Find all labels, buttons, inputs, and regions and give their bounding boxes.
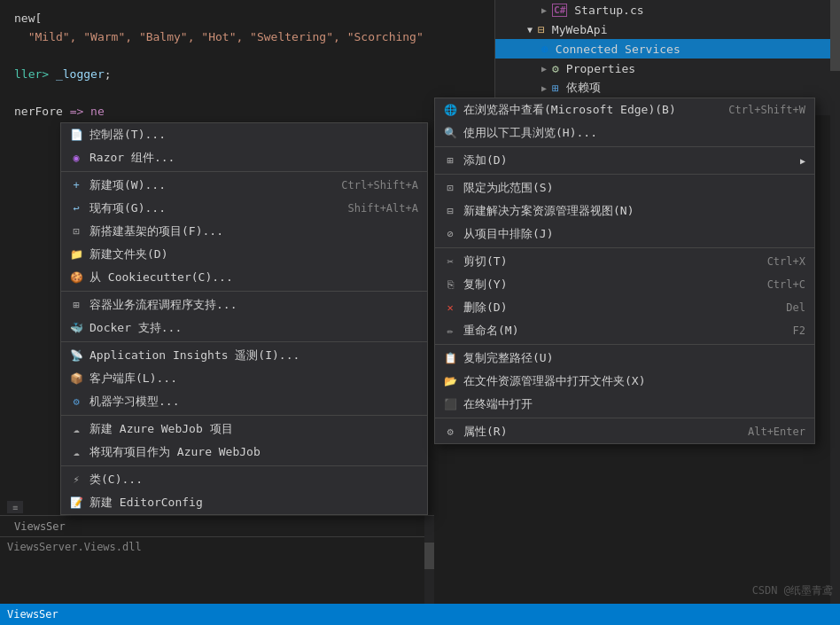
- connected-services-label: Connected Services: [556, 43, 681, 56]
- solution-item-deps[interactable]: ▶ ⊞ 依赖项: [495, 78, 840, 98]
- menu-item-open-terminal[interactable]: ⬛ 在终端中打开: [435, 393, 814, 416]
- menu-item-class[interactable]: ⚡ 类(C)...: [61, 468, 427, 491]
- code-line-3: [0, 46, 496, 65]
- menu-item-azure-webjob-existing[interactable]: ☁ 将现有项目作为 Azure WebJob: [61, 441, 427, 464]
- new-view-icon: ⊟: [442, 203, 458, 219]
- cut-icon: ✂: [442, 254, 458, 270]
- solution-item-label: Startup.cs: [574, 4, 643, 17]
- existing-icon: ↩: [68, 200, 84, 216]
- right-context-menu: 🌐 在浏览器中查看(Microsoft Edge)(B) Ctrl+Shift+…: [434, 98, 815, 444]
- add-icon: ⊞: [442, 152, 458, 168]
- menu-item-app-insights[interactable]: 📡 Application Insights 遥测(I)...: [61, 344, 427, 367]
- menu-item-new-folder[interactable]: 📁 新建文件夹(D): [61, 243, 427, 266]
- menu-item-editorconfig[interactable]: 📝 新建 EditorConfig: [61, 491, 427, 514]
- solution-item-properties[interactable]: ▶ ⚙ Properties: [495, 59, 840, 78]
- scrollbar-track[interactable]: [830, 0, 840, 625]
- menu-item-add[interactable]: ⊞ 添加(D) ▶: [435, 149, 814, 172]
- deps-icon: ⊞: [552, 82, 559, 95]
- deps-arrow-icon: ▶: [541, 83, 547, 93]
- azure-webjob-new-icon: ☁: [68, 421, 84, 437]
- open-terminal-icon: ⬛: [442, 396, 458, 412]
- props-icon: ⚙: [552, 62, 559, 75]
- panel-tabs: ViewsSer: [0, 516, 434, 537]
- menu-item-ml[interactable]: ⚙ 机器学习模型...: [61, 390, 427, 413]
- right-separator-4: [435, 344, 814, 345]
- solution-item-connected-services[interactable]: ⊕ Connected Services: [495, 39, 840, 59]
- menu-item-azure-webjob-new[interactable]: ☁ 新建 Azure WebJob 项目: [61, 418, 427, 441]
- menu-item-container[interactable]: ⊞ 容器业务流程调程序支持...: [61, 293, 427, 316]
- delete-icon: ✕: [442, 300, 458, 316]
- copy-label: 复制(Y): [463, 277, 507, 293]
- menu-item-cut[interactable]: ✂ 剪切(T) Ctrl+X: [435, 250, 814, 273]
- azure-webjob-new-label: 新建 Azure WebJob 项目: [89, 421, 233, 437]
- menu-item-browse-with[interactable]: 🔍 使用以下工具浏览(H)...: [435, 121, 814, 145]
- add-arrow-icon: ▶: [800, 156, 805, 166]
- separator-1: [61, 171, 427, 172]
- panel-scrollbar-thumb[interactable]: [424, 543, 434, 569]
- menu-item-new-view[interactable]: ⊟ 新建解决方案资源管理器视图(N): [435, 199, 814, 223]
- menu-item-copy[interactable]: ⎘ 复制(Y) Ctrl+C: [435, 273, 814, 296]
- open-terminal-label: 在终端中打开: [463, 396, 533, 412]
- rename-label: 重命名(M): [463, 323, 518, 339]
- menu-item-properties[interactable]: ⚙ 属性(R) Alt+Enter: [435, 420, 814, 443]
- separator-4: [61, 415, 427, 416]
- menu-item-copy-path[interactable]: 📋 复制完整路径(U): [435, 347, 814, 370]
- cs-icon: C#: [552, 4, 567, 17]
- copy-shortcut: Ctrl+C: [767, 278, 805, 291]
- properties-shortcut: Alt+Enter: [748, 426, 805, 438]
- browser-view-icon: 🌐: [442, 102, 458, 118]
- razor-label: Razor 组件...: [89, 150, 175, 166]
- menu-item-existing[interactable]: ↩ 现有项(G)... Shift+Alt+A: [61, 197, 427, 220]
- status-bar-text: ViewsSer: [7, 608, 58, 621]
- panel-tab[interactable]: ViewsSer: [4, 519, 76, 535]
- container-label: 容器业务流程调程序支持...: [89, 297, 237, 313]
- menu-item-delete[interactable]: ✕ 删除(D) Del: [435, 296, 814, 319]
- new-view-label: 新建解决方案资源管理器视图(N): [463, 203, 634, 219]
- expand-arrow-icon: ▼: [527, 25, 533, 35]
- copy-icon: ⎘: [442, 277, 458, 293]
- menu-item-controller[interactable]: 📄 控制器(T)...: [61, 123, 427, 146]
- solution-item-mywebapi[interactable]: ▼ ⊟ MyWebApi: [495, 20, 840, 39]
- separator-3: [61, 341, 427, 342]
- right-separator-5: [435, 418, 814, 418]
- solution-item-startup[interactable]: ▶ C# Startup.cs: [495, 0, 840, 20]
- browser-view-shortcut: Ctrl+Shift+W: [728, 104, 805, 116]
- new-item-icon: +: [68, 177, 84, 193]
- status-bar: ViewsSer: [0, 604, 840, 625]
- menu-item-rename[interactable]: ✏ 重命名(M) F2: [435, 319, 814, 342]
- scrollbar-thumb[interactable]: [830, 0, 840, 71]
- browser-view-label: 在浏览器中查看(Microsoft Edge)(B): [463, 102, 676, 118]
- folder-icon: ⊟: [538, 23, 545, 36]
- connected-icon: ⊕: [541, 43, 548, 56]
- menu-item-open-explorer[interactable]: 📂 在文件资源管理器中打开文件夹(X): [435, 370, 814, 393]
- bottom-left-panel: ViewsSer ViewsServer.Views.dll: [0, 515, 434, 604]
- menu-item-scaffold[interactable]: ⊡ 新搭建基架的项目(F)...: [61, 220, 427, 243]
- right-separator-1: [435, 146, 814, 147]
- panel-content: ViewsServer.Views.dll: [0, 537, 434, 557]
- new-folder-label: 新建文件夹(D): [89, 246, 167, 262]
- cookiecutter-label: 从 Cookiecutter(C)...: [89, 270, 233, 285]
- code-line-6: nerFore => ne: [0, 102, 496, 121]
- menu-item-new-item[interactable]: + 新建项(W)... Ctrl+Shift+A: [61, 174, 427, 197]
- panel-scrollbar[interactable]: [424, 516, 434, 604]
- cut-label: 剪切(T): [463, 254, 507, 270]
- scaffold-icon: ⊡: [68, 223, 84, 239]
- azure-webjob-existing-icon: ☁: [68, 444, 84, 460]
- class-icon: ⚡: [68, 472, 84, 488]
- container-icon: ⊞: [68, 297, 84, 313]
- menu-item-client-lib[interactable]: 📦 客户端库(L)...: [61, 367, 427, 390]
- editorconfig-label: 新建 EditorConfig: [89, 495, 203, 511]
- open-explorer-label: 在文件资源管理器中打开文件夹(X): [463, 373, 645, 389]
- new-item-shortcut: Ctrl+Shift+A: [341, 179, 418, 191]
- menu-item-browser-view[interactable]: 🌐 在浏览器中查看(Microsoft Edge)(B) Ctrl+Shift+…: [435, 98, 814, 121]
- separator-5: [61, 465, 427, 466]
- deps-label: 依赖项: [566, 80, 601, 96]
- menu-item-exclude[interactable]: ⊘ 从项目中排除(J): [435, 223, 814, 246]
- menu-item-cookiecutter[interactable]: 🍪 从 Cookiecutter(C)...: [61, 266, 427, 289]
- code-line-2: "Mild", "Warm", "Balmy", "Hot", "Swelter…: [0, 27, 496, 46]
- menu-item-docker[interactable]: 🐳 Docker 支持...: [61, 316, 427, 340]
- ml-icon: ⚙: [68, 394, 84, 410]
- menu-item-scope[interactable]: ⊡ 限定为此范围(S): [435, 176, 814, 199]
- menu-item-razor[interactable]: ◉ Razor 组件...: [61, 146, 427, 169]
- new-item-label: 新建项(W)...: [89, 177, 166, 193]
